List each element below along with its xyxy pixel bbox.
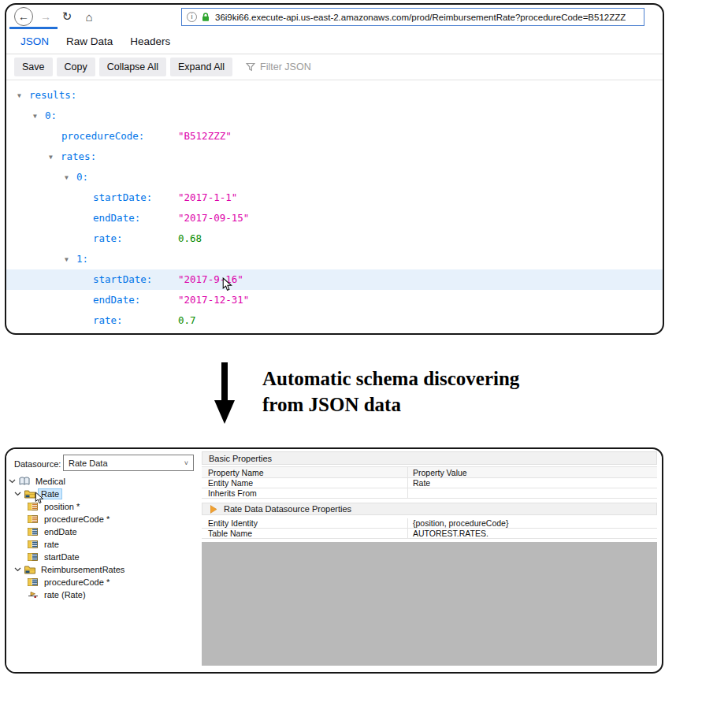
- tab-json[interactable]: JSON: [20, 35, 49, 47]
- tree-node-label: procedureCode *: [41, 514, 113, 525]
- chevron-down-icon[interactable]: [9, 479, 19, 484]
- tree-node-medical[interactable]: Medical: [6, 475, 201, 488]
- orange-arrow-icon: [210, 505, 217, 514]
- json-tree: ▼results:▼0:procedureCode:"B512ZZZ"▼rate…: [6, 80, 663, 331]
- tree-node-label: position *: [41, 501, 83, 512]
- progress-bar: [9, 27, 58, 29]
- json-value: "2017-1-1": [178, 187, 237, 208]
- datasource-label: Datasource:: [14, 459, 61, 469]
- field-blue-icon: [28, 540, 41, 548]
- json-key: rate:: [93, 232, 123, 244]
- schema-tree-panel: Datasource: Rate Data ˅ MedicalRateposit…: [6, 449, 201, 672]
- browser-window: ← → ↻ ⌂ i 36i9ki66.execute-api.us-east-2…: [5, 3, 664, 335]
- url-bar[interactable]: i 36i9ki66.execute-api.us-east-2.amazona…: [181, 8, 644, 26]
- page: ← → ↻ ⌂ i 36i9ki66.execute-api.us-east-2…: [0, 0, 728, 709]
- expander-triangle-icon[interactable]: ▼: [17, 86, 29, 106]
- save-button[interactable]: Save: [14, 58, 53, 76]
- json-key: 0:: [45, 110, 57, 121]
- tab-headers[interactable]: Headers: [130, 35, 170, 47]
- filter-json-input[interactable]: Filter JSON: [246, 61, 311, 72]
- expander-triangle-icon[interactable]: ▼: [49, 147, 61, 168]
- empty-gray-area: [202, 542, 657, 666]
- datasource-dropdown[interactable]: Rate Data ˅: [63, 455, 194, 471]
- collapse-all-button[interactable]: Collapse All: [99, 58, 166, 76]
- json-row: ▼0:: [6, 167, 663, 187]
- basic-properties-header: Basic Properties: [202, 451, 657, 465]
- field-orange-icon: [28, 503, 41, 510]
- property-name-column-header: Property Name: [202, 467, 408, 477]
- chevron-down-icon: ˅: [184, 459, 188, 467]
- tree-node-position[interactable]: position *: [6, 500, 201, 513]
- schema-tree: MedicalRateposition *procedureCode *endD…: [6, 475, 201, 601]
- tree-node-startdate[interactable]: startDate: [6, 551, 201, 563]
- property-value-cell[interactable]: AUTOREST.RATES.: [408, 529, 657, 538]
- tree-node-rate[interactable]: rate: [6, 538, 201, 551]
- refresh-icon[interactable]: ↻: [60, 9, 74, 24]
- tree-node-label: ReimbursementRates: [38, 564, 128, 575]
- schema-tool-window: Datasource: Rate Data ˅ MedicalRateposit…: [5, 447, 663, 674]
- json-toolbar: SaveCopyCollapse AllExpand AllFilter JSO…: [6, 54, 663, 80]
- property-name-cell: Inherits From: [202, 488, 408, 498]
- tree-node-procedurecode[interactable]: procedureCode *: [6, 513, 201, 525]
- json-key: endDate:: [93, 212, 140, 224]
- json-key: rates:: [61, 150, 96, 162]
- forward-icon[interactable]: →: [39, 10, 53, 23]
- json-key: startDate:: [93, 191, 152, 203]
- json-row: rate:0.68: [6, 228, 663, 249]
- tree-node-rate-rate[interactable]: rate (Rate): [6, 588, 201, 601]
- json-key: startDate:: [93, 273, 152, 285]
- copy-button[interactable]: Copy: [57, 58, 95, 76]
- field-blue-icon: [28, 578, 41, 586]
- lock-icon: [201, 13, 210, 22]
- property-row: Inherits From: [202, 488, 657, 499]
- basic-properties-title: Basic Properties: [209, 454, 272, 463]
- browser-navbar: ← → ↻ ⌂ i 36i9ki66.execute-api.us-east-2…: [6, 5, 663, 28]
- json-key: endDate:: [93, 294, 140, 306]
- json-row: rate:0.7: [6, 310, 663, 331]
- tree-node-procedurecode[interactable]: procedureCode *: [6, 576, 201, 588]
- tree-node-rate[interactable]: Rate: [6, 488, 201, 500]
- back-icon[interactable]: ←: [14, 7, 33, 26]
- property-row: Entity Identity{position, procedureCode}: [202, 518, 657, 529]
- json-value: "2017-09-15": [178, 208, 249, 228]
- field-blue-icon: [28, 553, 41, 561]
- property-name-cell: Table Name: [202, 529, 408, 538]
- tree-node-enddate[interactable]: endDate: [6, 525, 201, 538]
- json-key: rate:: [93, 314, 123, 326]
- property-value-column-header: Property Value: [408, 467, 657, 477]
- filter-json-placeholder: Filter JSON: [260, 61, 311, 72]
- funnel-icon: [246, 62, 255, 72]
- property-row: Table NameAUTOREST.RATES.: [202, 529, 657, 539]
- json-row: endDate:"2017-12-31": [6, 290, 663, 310]
- json-row: ▼1:: [6, 249, 663, 269]
- tab-raw-data[interactable]: Raw Data: [66, 35, 113, 47]
- home-icon[interactable]: ⌂: [82, 10, 96, 24]
- property-name-cell: Entity Name: [202, 478, 408, 488]
- field-blue-icon: [28, 528, 41, 536]
- tree-node-label: endDate: [41, 526, 80, 537]
- json-row: startDate:"2017-1-1": [6, 187, 663, 208]
- expand-all-button[interactable]: Expand All: [170, 58, 232, 76]
- chevron-down-icon[interactable]: [14, 492, 24, 496]
- tree-node-label: Rate: [38, 488, 62, 499]
- json-key: results:: [29, 89, 76, 101]
- annotation-line2: from JSON data: [262, 392, 593, 418]
- url-text: 36i9ki66.execute-api.us-east-2.amazonaws…: [215, 13, 626, 22]
- expander-triangle-icon[interactable]: ▼: [65, 168, 76, 188]
- property-value-cell[interactable]: [408, 488, 657, 498]
- property-row: Entity NameRate: [202, 478, 657, 488]
- relation-icon: [28, 591, 41, 599]
- book-icon: [19, 477, 32, 486]
- json-row: ▼results:: [6, 85, 663, 106]
- expander-triangle-icon[interactable]: ▼: [65, 250, 76, 270]
- field-orange-icon: [28, 515, 41, 523]
- expander-triangle-icon[interactable]: ▼: [33, 106, 45, 127]
- chevron-down-icon[interactable]: [14, 567, 24, 572]
- entity-folder-icon: [24, 566, 38, 574]
- json-value: 0.7: [178, 310, 196, 331]
- property-value-cell[interactable]: {position, procedureCode}: [408, 518, 657, 528]
- property-value-cell[interactable]: Rate: [408, 478, 657, 488]
- page-info-icon[interactable]: i: [187, 12, 197, 22]
- json-row: ▼rates:: [6, 147, 663, 167]
- tree-node-reimbursementrates[interactable]: ReimbursementRates: [6, 563, 201, 576]
